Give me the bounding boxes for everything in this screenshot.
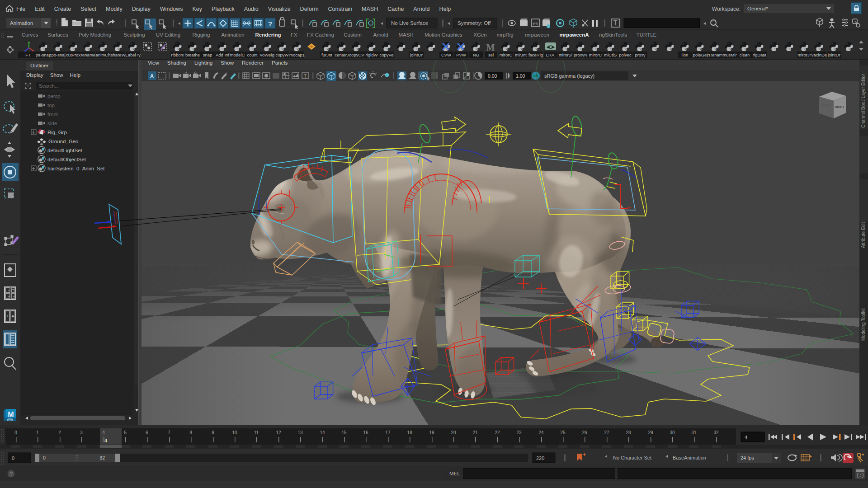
- svg-text:No Live Surface: No Live Surface: [391, 20, 428, 26]
- svg-text:20: 20: [451, 430, 456, 435]
- svg-text:BaseAnimation: BaseAnimation: [673, 455, 706, 460]
- svg-text:10: 10: [232, 430, 237, 435]
- svg-text:breathe: breathe: [185, 52, 200, 57]
- svg-text:front: front: [47, 112, 58, 117]
- svg-text:lion: lion: [682, 52, 689, 57]
- svg-text:snap: snap: [203, 52, 212, 57]
- svg-text:mirorSl: mirorSl: [559, 52, 572, 57]
- svg-text:mirorC: mirorC: [500, 52, 513, 57]
- svg-text:M: M: [486, 42, 495, 52]
- svg-text:+: +: [8, 295, 10, 299]
- svg-text:2: 2: [58, 430, 61, 435]
- svg-text:poleGe: poleGe: [693, 52, 707, 57]
- svg-text:NG: NG: [473, 52, 479, 57]
- svg-text:FT: FT: [25, 52, 31, 57]
- svg-text:31: 31: [691, 430, 697, 435]
- svg-text:4: 4: [102, 430, 105, 435]
- svg-text:side: side: [47, 121, 57, 126]
- svg-text:M: M: [8, 411, 14, 418]
- svg-text:+: +: [8, 289, 10, 293]
- svg-text:0: 0: [43, 455, 46, 460]
- svg-text:23: 23: [516, 430, 522, 435]
- svg-text:Ground_Geo: Ground_Geo: [48, 139, 79, 144]
- svg-text:hairSystem_0_Anim_Set: hairSystem_0_Anim_Set: [47, 166, 105, 171]
- svg-text:shareW: shareW: [111, 52, 126, 57]
- svg-text:21: 21: [472, 430, 478, 435]
- svg-text:7: 7: [168, 430, 170, 435]
- svg-text:+: +: [6, 314, 9, 319]
- svg-text:12: 12: [276, 430, 281, 435]
- svg-text:28: 28: [626, 430, 631, 435]
- svg-text:22: 22: [495, 430, 500, 435]
- svg-text:LabelTy: LabelTy: [125, 52, 141, 57]
- svg-text:top: top: [47, 103, 55, 108]
- svg-text:?: ?: [268, 20, 272, 28]
- svg-text:clean: clean: [740, 52, 750, 57]
- svg-text:5: 5: [124, 430, 127, 435]
- svg-text:4: 4: [745, 435, 748, 440]
- svg-text:centerJ: centerJ: [335, 52, 349, 57]
- svg-text:AYA: AYA: [7, 418, 13, 421]
- svg-text:count: count: [247, 52, 258, 57]
- svg-text:26: 26: [582, 430, 587, 435]
- svg-text:furJnt: furJnt: [321, 52, 332, 57]
- svg-text:faceRig: faceRig: [528, 52, 543, 57]
- svg-text:rigidW: rigidW: [366, 52, 378, 57]
- svg-text:1: 1: [36, 430, 39, 435]
- svg-text:mocap1: mocap1: [289, 52, 305, 57]
- svg-text:16: 16: [363, 430, 368, 435]
- svg-text:13: 13: [297, 430, 303, 435]
- svg-text:RIGHT: RIGHT: [835, 105, 844, 108]
- svg-text:220: 220: [536, 455, 544, 461]
- svg-text:17: 17: [385, 430, 391, 435]
- svg-text:defaultLightSet: defaultLightSet: [47, 148, 83, 153]
- svg-text:30: 30: [670, 430, 675, 435]
- svg-text:32: 32: [713, 430, 719, 435]
- svg-text:9: 9: [212, 430, 214, 435]
- svg-text:persp: persp: [47, 94, 61, 99]
- svg-text:25: 25: [560, 430, 566, 435]
- svg-text:copyVe: copyVe: [379, 52, 393, 57]
- svg-text:mirorJr: mirorJr: [797, 52, 811, 57]
- svg-text:copyW: copyW: [275, 52, 288, 57]
- svg-text:copyCV: copyCV: [349, 52, 364, 57]
- svg-text:3: 3: [80, 430, 83, 435]
- svg-text:IPR: IPR: [533, 22, 538, 25]
- svg-text:?: ?: [9, 471, 13, 477]
- svg-text:jointOr: jointOr: [827, 52, 840, 57]
- svg-text:modelC: modelC: [230, 52, 245, 57]
- svg-text:polvec: polvec: [619, 52, 632, 57]
- svg-text:14: 14: [320, 430, 325, 435]
- svg-text:po-snaj: po-snaj: [51, 52, 65, 57]
- svg-text:19: 19: [429, 430, 434, 435]
- svg-text:mirJnt: mirJnt: [515, 52, 527, 57]
- svg-text:voWeig: voWeig: [260, 52, 274, 57]
- svg-text:{;}: {;}: [856, 473, 864, 478]
- svg-text:LRA: LRA: [546, 52, 555, 57]
- svg-text:miCtlS: miCtlS: [604, 52, 617, 57]
- svg-text:6: 6: [146, 430, 148, 435]
- svg-text:0: 0: [12, 455, 14, 461]
- svg-text:rename: rename: [81, 52, 95, 57]
- svg-text:11: 11: [254, 430, 259, 435]
- svg-text:4: 4: [104, 438, 107, 443]
- svg-text:jointOr: jointOr: [410, 52, 423, 57]
- svg-text:18: 18: [407, 430, 412, 435]
- svg-text:24 fps: 24 fps: [741, 455, 754, 460]
- svg-text:Rig_Grp: Rig_Grp: [47, 130, 67, 135]
- svg-text:No Character Set: No Character Set: [613, 455, 651, 460]
- svg-text:PVW: PVW: [456, 52, 466, 57]
- svg-text:24: 24: [538, 430, 544, 435]
- svg-text:32: 32: [99, 455, 105, 460]
- svg-text:pa-snap: pa-snap: [36, 52, 51, 57]
- svg-text:27: 27: [604, 430, 609, 435]
- svg-text:rigData: rigData: [753, 52, 767, 57]
- svg-text:cutProx: cutProx: [66, 52, 80, 57]
- svg-text:29: 29: [648, 430, 653, 435]
- svg-text:musMir: musMir: [722, 52, 736, 57]
- svg-text:+: +: [13, 295, 15, 299]
- svg-text:15: 15: [341, 430, 347, 435]
- svg-text:CVW: CVW: [441, 52, 451, 57]
- svg-text:TNORF: TNORF: [822, 104, 831, 107]
- svg-text:proxy: proxy: [635, 52, 645, 57]
